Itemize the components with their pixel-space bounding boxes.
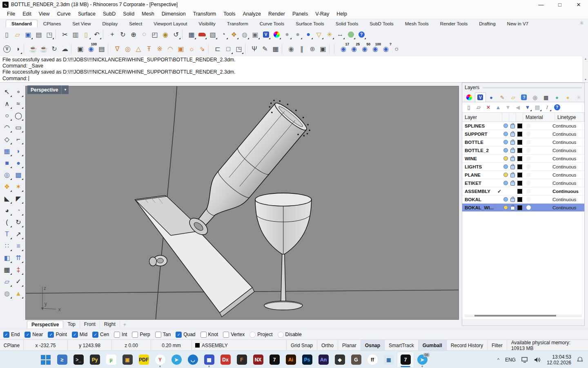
- undo-icon[interactable]: ↶: [91, 29, 102, 40]
- annotate-tab-icon[interactable]: ✎: [497, 92, 508, 102]
- maximize-button[interactable]: □: [550, 2, 569, 8]
- osnap-toggle[interactable]: ✓ Vertex: [223, 332, 245, 338]
- layer-material-cell[interactable]: [523, 148, 552, 153]
- toolbar-tab[interactable]: Set View: [67, 20, 96, 27]
- pdf-tool-icon[interactable]: PDF: [136, 352, 152, 368]
- render-lock-icon[interactable]: ▣: [318, 43, 328, 55]
- group-icon[interactable]: ◕: [1, 204, 13, 216]
- column-layer[interactable]: Layer: [462, 113, 502, 121]
- layer-linetype[interactable]: Continuous: [552, 164, 584, 169]
- layer-lock-icon[interactable]: [509, 172, 516, 177]
- layer-row[interactable]: ETIKET ✓ Continuous: [462, 179, 584, 187]
- circle-icon[interactable]: ○: [1, 110, 13, 121]
- status-toggle[interactable]: Planar: [338, 340, 361, 351]
- named-views-icon[interactable]: [197, 29, 207, 40]
- menu-item[interactable]: File: [3, 10, 19, 18]
- osnap-toggle[interactable]: ✓ Mid: [72, 332, 87, 338]
- menu-item[interactable]: Help: [333, 10, 351, 18]
- layer-linetype[interactable]: Continuous: [552, 197, 584, 202]
- layer-linetype[interactable]: Continuous: [552, 132, 584, 137]
- osnap-toggle[interactable]: ✓ Perp: [132, 332, 150, 338]
- save-icon[interactable]: ▣: [23, 29, 33, 40]
- checkbox[interactable]: ✓: [92, 332, 98, 338]
- gear-icon[interactable]: ✳: [579, 20, 584, 26]
- fontlab-icon[interactable]: F: [234, 352, 250, 368]
- viewport-tab[interactable]: Right: [100, 321, 120, 328]
- toolbar-tab[interactable]: Surface Tools: [290, 20, 330, 27]
- help-icon[interactable]: ?: [356, 29, 367, 40]
- status-toggle[interactable]: Ortho: [317, 340, 338, 351]
- command-area[interactable]: File successfully saved as D:\!!!JOBS\!!…: [0, 56, 588, 83]
- osnap-toggle[interactable]: ✓ Project: [249, 332, 272, 338]
- start-button[interactable]: [38, 352, 54, 368]
- section-target-icon[interactable]: ⊕: [307, 43, 318, 55]
- spotlight-icon[interactable]: ▽: [314, 29, 324, 40]
- close-button[interactable]: ✕: [569, 2, 588, 8]
- osnap-toggle[interactable]: ✓ Disable: [278, 332, 302, 338]
- photoshop-icon[interactable]: Ps: [299, 352, 315, 368]
- layer-material-cell[interactable]: [523, 164, 552, 169]
- options-gears-icon[interactable]: ✳: [324, 29, 335, 40]
- layer-lock-icon[interactable]: [509, 148, 516, 153]
- status-cell[interactable]: x -232.75: [24, 340, 68, 351]
- layer-color-swatch[interactable]: [516, 140, 523, 145]
- layer-visibility-bulb-icon[interactable]: [502, 140, 509, 144]
- status-cell[interactable]: ASSEMBLY: [192, 340, 287, 351]
- menu-item[interactable]: Curve: [53, 10, 74, 18]
- dome-light-icon[interactable]: ◠: [165, 43, 176, 55]
- layer-visibility-bulb-icon[interactable]: [502, 205, 509, 210]
- layer-color-swatch[interactable]: [516, 156, 523, 161]
- layer-linetype[interactable]: Continuous: [552, 189, 584, 194]
- layer-lock-icon[interactable]: [509, 139, 516, 145]
- toolbar-tab[interactable]: Solid Tools: [330, 20, 364, 27]
- freeform-curve-icon[interactable]: ≈: [13, 98, 24, 110]
- settings-hammer-icon[interactable]: /: [542, 103, 552, 112]
- osnap-toggle[interactable]: ✓ Quad: [176, 332, 195, 338]
- ungroup-icon[interactable]: ◔: [13, 204, 24, 216]
- status-cell[interactable]: z 0.00: [112, 340, 151, 351]
- export-icon[interactable]: ◳: [44, 29, 55, 40]
- clipper-icon[interactable]: ⊏: [212, 43, 223, 55]
- layer-linetype[interactable]: Continuous: [552, 173, 584, 177]
- check-selection-icon[interactable]: ✓: [13, 276, 24, 287]
- layer-lock-icon[interactable]: [509, 205, 516, 210]
- rebuild-icon[interactable]: ↻: [13, 216, 24, 228]
- sky-light-icon[interactable]: ⇘: [197, 43, 207, 55]
- explode-icon[interactable]: ✶: [13, 181, 24, 193]
- plane-light-icon[interactable]: ∇: [112, 43, 122, 55]
- telegram-icon[interactable]: ➤: [168, 352, 185, 368]
- layer-color-swatch[interactable]: [516, 123, 523, 128]
- toolbar-tab[interactable]: Display: [97, 20, 124, 27]
- toolbar-tab[interactable]: Drafting: [473, 20, 501, 27]
- network-display-icon[interactable]: [521, 357, 528, 363]
- layer-row[interactable]: BOKAL ✓ Continuous: [462, 195, 584, 204]
- layer-visibility-bulb-icon[interactable]: [502, 148, 509, 153]
- ies-light-icon[interactable]: Ŧ: [144, 43, 154, 55]
- toolbar-tab[interactable]: Transform: [221, 20, 254, 27]
- split-icon[interactable]: ◤: [13, 193, 24, 204]
- texture-tab-icon[interactable]: ▩: [541, 92, 552, 102]
- status-toggle[interactable]: SmartTrack: [385, 340, 419, 351]
- select-icon[interactable]: ↖: [1, 86, 13, 98]
- layer-row[interactable]: BOKAL_WI... ✓ Continuous: [462, 204, 584, 212]
- layer-color-swatch[interactable]: [516, 132, 523, 137]
- camera-100-icon[interactable]: ◉ 100: [370, 43, 381, 55]
- polygon-icon[interactable]: ◇: [1, 133, 13, 145]
- toolbar-tab[interactable]: Select: [123, 20, 148, 27]
- layer-material-cell[interactable]: [523, 173, 552, 177]
- omni-light-icon[interactable]: ※: [154, 43, 165, 55]
- text-icon[interactable]: T: [1, 228, 13, 240]
- layer-linetype[interactable]: Continuous: [552, 148, 584, 153]
- panel-help-icon[interactable]: ?: [552, 103, 562, 112]
- move-up-icon[interactable]: ▲: [493, 103, 503, 112]
- checkbox[interactable]: ✓: [114, 332, 120, 338]
- layer-lock-icon[interactable]: [509, 131, 516, 137]
- layer-row[interactable]: BOTTLE ✓ Continuous: [462, 138, 584, 146]
- box-icon[interactable]: ■: [1, 157, 13, 169]
- layer-material-cell[interactable]: [523, 197, 552, 202]
- frame-buffer-icon[interactable]: ▣: [75, 43, 86, 55]
- layer-color-swatch[interactable]: [516, 189, 523, 194]
- menu-item[interactable]: Render: [265, 10, 289, 18]
- sun-light-icon[interactable]: ☼: [186, 43, 197, 55]
- calculator-icon[interactable]: ▦: [381, 352, 397, 368]
